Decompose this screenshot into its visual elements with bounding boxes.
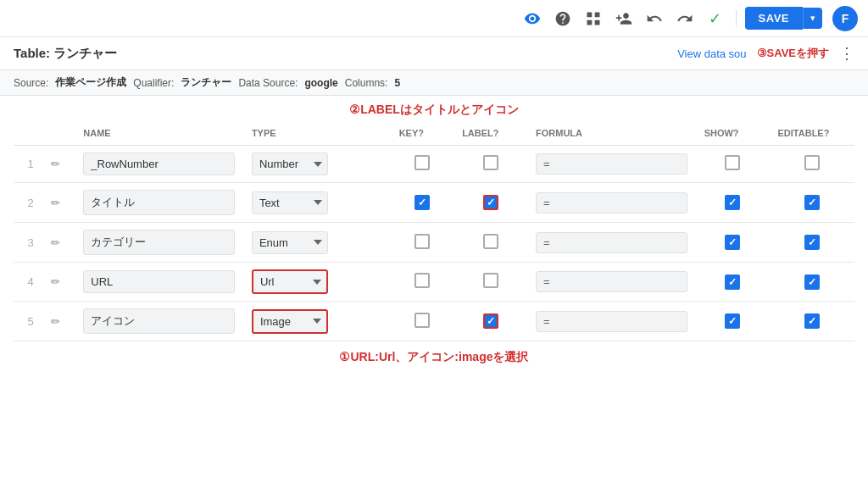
show-checkbox-cell[interactable] bbox=[696, 263, 770, 302]
save-button[interactable]: SAVE bbox=[745, 7, 803, 30]
show-checkbox[interactable] bbox=[725, 235, 740, 250]
save-dropdown-button[interactable]: ▾ bbox=[803, 8, 822, 29]
type-select[interactable]: Number Text Enum Url Image Date bbox=[252, 152, 328, 175]
table-header-right: View data sou ③SAVEを押す ⋮ bbox=[677, 44, 854, 63]
editable-checkbox-cell[interactable] bbox=[770, 183, 854, 223]
col-header-type: TYPE bbox=[243, 121, 391, 146]
show-checkbox[interactable] bbox=[725, 274, 740, 290]
type-select[interactable]: Number Text Enum Url Image Date bbox=[252, 269, 328, 294]
table-row: 2✏タイトル Number Text Enum Url Image Date = bbox=[14, 183, 854, 223]
label-checkbox-cell[interactable] bbox=[453, 263, 527, 302]
name-field: アイコン bbox=[83, 308, 235, 334]
formula-field: = bbox=[536, 153, 687, 175]
key-checkbox[interactable] bbox=[415, 155, 430, 170]
show-checkbox-cell[interactable] bbox=[696, 302, 770, 341]
annotation-bottom: ①URL:Url、アイコン:imageを選択 bbox=[0, 341, 868, 370]
editable-checkbox-cell[interactable] bbox=[770, 146, 854, 183]
columns-label: Columns: bbox=[345, 77, 388, 89]
edit-pencil-icon[interactable]: ✏ bbox=[51, 158, 60, 170]
show-checkbox-cell[interactable] bbox=[696, 183, 770, 223]
label-checkbox[interactable] bbox=[483, 155, 498, 170]
col-header-formula: FORMULA bbox=[527, 121, 696, 146]
grid-icon[interactable] bbox=[581, 7, 605, 30]
show-checkbox[interactable] bbox=[725, 155, 740, 170]
col-header-key: KEY? bbox=[391, 121, 453, 146]
name-field: カテゴリー bbox=[83, 230, 235, 255]
row-number: 5 bbox=[14, 302, 42, 341]
key-checkbox[interactable] bbox=[415, 234, 430, 249]
editable-checkbox[interactable] bbox=[804, 235, 820, 250]
key-checkbox-cell[interactable] bbox=[391, 302, 453, 341]
type-cell[interactable]: Number Text Enum Url Image Date bbox=[243, 146, 391, 183]
undo-icon[interactable] bbox=[643, 7, 666, 30]
name-cell: アイコン bbox=[75, 302, 243, 341]
table-header-row: NAME TYPE KEY? LABEL? FORMULA SHOW? EDIT… bbox=[14, 121, 854, 146]
source-bar: Source: 作業ページ作成 Qualifier: ランチャー Data So… bbox=[0, 70, 868, 96]
edit-icon-cell[interactable]: ✏ bbox=[42, 302, 75, 341]
edit-icon-cell[interactable]: ✏ bbox=[42, 223, 75, 263]
columns-table: NAME TYPE KEY? LABEL? FORMULA SHOW? EDIT… bbox=[14, 121, 854, 341]
show-checkbox-cell[interactable] bbox=[696, 223, 770, 263]
type-select[interactable]: Number Text Enum Url Image Date bbox=[252, 309, 328, 334]
edit-icon-cell[interactable]: ✏ bbox=[42, 263, 75, 302]
formula-field: = bbox=[536, 192, 687, 214]
table-title: Table: ランチャー bbox=[14, 46, 117, 62]
type-cell[interactable]: Number Text Enum Url Image Date bbox=[243, 183, 391, 223]
key-checkbox[interactable] bbox=[415, 313, 430, 328]
type-cell[interactable]: Number Text Enum Url Image Date bbox=[243, 223, 391, 263]
key-checkbox[interactable] bbox=[415, 195, 430, 210]
editable-checkbox-cell[interactable] bbox=[770, 302, 854, 341]
show-checkbox-cell[interactable] bbox=[696, 146, 770, 183]
formula-cell: = bbox=[527, 223, 696, 263]
label-checkbox[interactable] bbox=[483, 273, 498, 288]
col-header-edit bbox=[42, 121, 75, 146]
label-checkbox-cell[interactable] bbox=[453, 302, 527, 341]
type-select[interactable]: Number Text Enum Url Image Date bbox=[252, 191, 328, 214]
show-checkbox[interactable] bbox=[725, 195, 740, 210]
view-data-link[interactable]: View data sou bbox=[677, 47, 746, 60]
type-cell[interactable]: Number Text Enum Url Image Date bbox=[243, 263, 391, 302]
edit-pencil-icon[interactable]: ✏ bbox=[51, 315, 60, 328]
visibility-icon[interactable] bbox=[520, 7, 544, 30]
key-checkbox[interactable] bbox=[415, 273, 430, 288]
edit-icon-cell[interactable]: ✏ bbox=[42, 146, 75, 183]
source-label: Source: bbox=[14, 77, 48, 89]
divider bbox=[736, 10, 737, 27]
add-person-icon[interactable] bbox=[612, 7, 636, 30]
table-row: 1✏_RowNumber Number Text Enum Url Image … bbox=[14, 146, 854, 183]
table-container: NAME TYPE KEY? LABEL? FORMULA SHOW? EDIT… bbox=[0, 121, 868, 341]
qualifier-value: ランチャー bbox=[181, 75, 231, 90]
label-checkbox-cell[interactable] bbox=[453, 223, 527, 263]
help-icon[interactable] bbox=[551, 7, 575, 30]
type-cell[interactable]: Number Text Enum Url Image Date bbox=[243, 302, 391, 341]
editable-checkbox-cell[interactable] bbox=[770, 223, 854, 263]
label-checkbox-cell[interactable] bbox=[453, 183, 527, 223]
edit-pencil-icon[interactable]: ✏ bbox=[51, 236, 60, 249]
editable-checkbox[interactable] bbox=[804, 274, 820, 290]
row-number: 3 bbox=[14, 223, 42, 263]
label-checkbox-cell[interactable] bbox=[453, 146, 527, 183]
edit-icon-cell[interactable]: ✏ bbox=[42, 183, 75, 223]
formula-field: = bbox=[536, 311, 687, 332]
label-checkbox[interactable] bbox=[483, 234, 498, 249]
name-field: タイトル bbox=[83, 190, 235, 215]
editable-checkbox[interactable] bbox=[804, 195, 820, 210]
label-checkbox[interactable] bbox=[483, 195, 498, 210]
key-checkbox-cell[interactable] bbox=[391, 223, 453, 263]
key-checkbox-cell[interactable] bbox=[391, 263, 453, 302]
label-checkbox[interactable] bbox=[483, 313, 498, 329]
editable-checkbox[interactable] bbox=[804, 155, 820, 170]
editable-checkbox-cell[interactable] bbox=[770, 263, 854, 302]
edit-pencil-icon[interactable]: ✏ bbox=[51, 275, 60, 288]
annotation-save-label: ③SAVEを押す bbox=[757, 46, 829, 61]
avatar[interactable]: F bbox=[832, 6, 858, 31]
key-checkbox-cell[interactable] bbox=[391, 146, 453, 183]
type-select[interactable]: Number Text Enum Url Image Date bbox=[252, 231, 328, 254]
more-options-icon[interactable]: ⋮ bbox=[839, 44, 854, 63]
show-checkbox[interactable] bbox=[725, 313, 740, 329]
editable-checkbox[interactable] bbox=[804, 313, 820, 329]
table-row: 5✏アイコン Number Text Enum Url Image Date = bbox=[14, 302, 854, 341]
edit-pencil-icon[interactable]: ✏ bbox=[51, 197, 60, 209]
key-checkbox-cell[interactable] bbox=[391, 183, 453, 223]
redo-icon[interactable] bbox=[673, 7, 697, 30]
